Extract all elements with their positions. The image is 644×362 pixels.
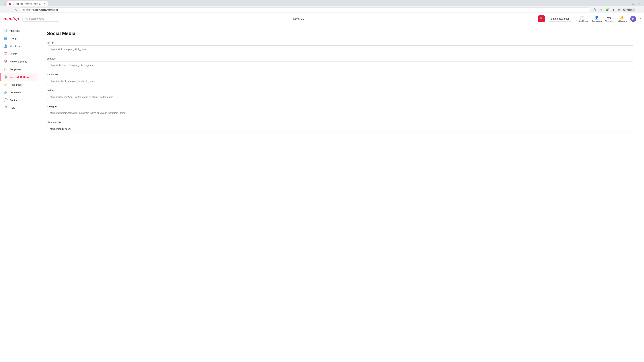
find-button[interactable]: 🔍: [592, 7, 598, 12]
sidebar: 📊 Analytics 👥 Groups 👤 Members 📅 Events …: [0, 24, 37, 362]
search-placeholder: Search events: [29, 17, 44, 20]
sidebar-item-network-settings[interactable]: ⚙️ Network Settings: [0, 73, 37, 81]
sidebar-icon-contact: 💬: [4, 98, 8, 102]
field-input-website[interactable]: [47, 125, 634, 133]
field-label-instagram: Instagram: [47, 105, 634, 108]
sidebar-item-groups[interactable]: 👥 Groups: [0, 34, 37, 42]
search-submit-button[interactable]: 🔍: [538, 15, 545, 22]
field-label-linkedin: Linkedin: [47, 57, 634, 60]
tab-bar: ❮ m Meetup Pro | Network Profile S... ✕ …: [0, 0, 644, 6]
sidebar-item-contact[interactable]: 💬 Contact: [0, 96, 37, 104]
sidebar-label-analytics: Analytics: [10, 29, 20, 32]
incognito-badge: 🕵 Incognito: [622, 8, 636, 12]
new-tab-button[interactable]: +: [49, 1, 53, 6]
pro-dashboard-label: Pro Dashboard: [576, 20, 588, 22]
sidebar-item-members[interactable]: 👤 Members: [0, 42, 37, 50]
field-input-twitter[interactable]: [47, 93, 634, 101]
notifications-icon: 🔔: [620, 15, 624, 19]
field-input-tiktok[interactable]: [47, 45, 634, 53]
sidebar-icon-members: 👤: [4, 44, 8, 48]
sidebar-label-api-guide: API Guide: [10, 91, 21, 94]
connections-label: Connections: [592, 20, 602, 22]
pro-dashboard-nav[interactable]: 📊 Pro Dashboard: [576, 15, 588, 22]
sidebar-item-resources[interactable]: 📁 Resources: [0, 81, 37, 88]
minimize-button[interactable]: ─: [625, 2, 629, 6]
form-section-facebook: Facebook: [47, 73, 634, 85]
forward-button[interactable]: →: [8, 8, 13, 12]
close-window-button[interactable]: ✕: [637, 2, 642, 6]
incognito-label: Incognito: [626, 9, 634, 11]
sidebar-item-analytics[interactable]: 📊 Analytics: [0, 27, 37, 34]
connections-notification-dot: [598, 15, 600, 16]
url-text: meetup.com/pro/moodjoy/admin/edit: [22, 8, 588, 11]
sidebar-label-groups: Groups: [10, 37, 18, 40]
avatar-dropdown-button[interactable]: ▾: [640, 17, 641, 20]
window-controls: ─ ▭ ✕: [625, 2, 642, 6]
avatar[interactable]: M: [630, 16, 636, 22]
notifications-label: Notifications: [617, 20, 627, 22]
sidebar-icon-network-settings: ⚙️: [4, 75, 8, 79]
bookmark-button[interactable]: ☆: [599, 7, 604, 12]
connections-nav[interactable]: 👤 Connections: [592, 15, 602, 22]
form-section-tiktok: TikTok: [47, 41, 634, 53]
search-submit-icon: 🔍: [540, 17, 543, 20]
pro-dashboard-icon: 📊: [580, 15, 584, 19]
notifications-nav[interactable]: 🔔 Notifications: [617, 15, 627, 22]
sidebar-item-network-events[interactable]: 📅 Network Events: [0, 58, 37, 65]
search-bar[interactable]: 🔍 Search events: [22, 16, 59, 22]
start-new-group-button[interactable]: Start a new group: [548, 16, 572, 22]
sidebar-label-contact: Contact: [10, 99, 18, 102]
form-section-instagram: Instagram: [47, 105, 634, 117]
tab-title: Meetup Pro | Network Profile S...: [13, 3, 42, 5]
refresh-button[interactable]: ↻: [14, 7, 18, 12]
sidebar-label-help: Help: [10, 106, 15, 109]
field-input-linkedin[interactable]: [47, 61, 634, 69]
url-bar[interactable]: meetup.com/pro/moodjoy/admin/edit: [20, 7, 591, 12]
messages-label: Messages: [605, 20, 614, 22]
back-button[interactable]: ←: [2, 8, 7, 12]
sidebar-icon-network-events: 📅: [4, 60, 8, 63]
form-section-twitter: Twitter: [47, 89, 634, 101]
sidebar-icon-analytics: 📊: [4, 29, 8, 32]
header-nav: 📊 Pro Dashboard 👤 Connections 💬 Messages…: [576, 15, 641, 22]
sidebar-item-events[interactable]: 📅 Events: [0, 50, 37, 58]
field-input-instagram[interactable]: [47, 109, 634, 117]
active-tab[interactable]: m Meetup Pro | Network Profile S... ✕: [7, 1, 48, 6]
menu-button[interactable]: ⋮: [636, 7, 642, 12]
sidebar-item-help[interactable]: ❓ Help: [0, 104, 37, 112]
field-label-facebook: Facebook: [47, 73, 634, 76]
messages-nav[interactable]: 💬 Messages: [605, 15, 614, 22]
tab-favicon: m: [9, 3, 12, 5]
form-section-linkedin: Linkedin: [47, 57, 634, 69]
tab-group-button[interactable]: ❮: [2, 2, 6, 6]
connections-icon: 👤: [594, 15, 599, 19]
browser-layout-button[interactable]: ⧉: [617, 8, 621, 12]
extensions-button[interactable]: 🧩: [604, 7, 610, 12]
messages-icon: 💬: [607, 15, 612, 19]
field-label-twitter: Twitter: [47, 89, 634, 92]
sidebar-icon-templates: 📋: [4, 67, 8, 71]
maximize-button[interactable]: ▭: [630, 2, 636, 6]
sidebar-item-api-guide[interactable]: 🔗 API Guide: [0, 88, 37, 96]
sidebar-icon-api-guide: 🔗: [4, 90, 8, 94]
sidebar-label-events: Events: [10, 52, 17, 55]
location-display: Dover, DE: [63, 17, 535, 20]
address-bar: ← → ↻ meetup.com/pro/moodjoy/admin/edit …: [0, 6, 644, 13]
page-title: Social Media: [47, 31, 634, 36]
app-header: meetup 🔍 Search events Dover, DE 🔍 Start…: [0, 13, 644, 24]
app-body: 📊 Analytics 👥 Groups 👤 Members 📅 Events …: [0, 24, 644, 362]
form-section-website: Your website: [47, 121, 634, 133]
sidebar-label-network-settings: Network Settings: [10, 76, 30, 78]
sidebar-icon-groups: 👥: [4, 36, 8, 40]
sidebar-label-network-events: Network Events: [10, 60, 27, 63]
sidebar-icon-resources: 📁: [4, 83, 8, 86]
sidebar-icon-help: ❓: [4, 106, 8, 110]
sidebar-item-templates[interactable]: 📋 Templates: [0, 65, 37, 73]
field-input-facebook[interactable]: [47, 77, 634, 85]
meetup-logo[interactable]: meetup: [3, 16, 19, 21]
download-button[interactable]: ⬇: [611, 7, 616, 12]
tab-close-button[interactable]: ✕: [44, 3, 46, 5]
field-label-website: Your website: [47, 121, 634, 124]
main-content: Social Media TikTokLinkedinFacebookTwitt…: [37, 24, 644, 362]
browser-chrome: ❮ m Meetup Pro | Network Profile S... ✕ …: [0, 0, 644, 13]
